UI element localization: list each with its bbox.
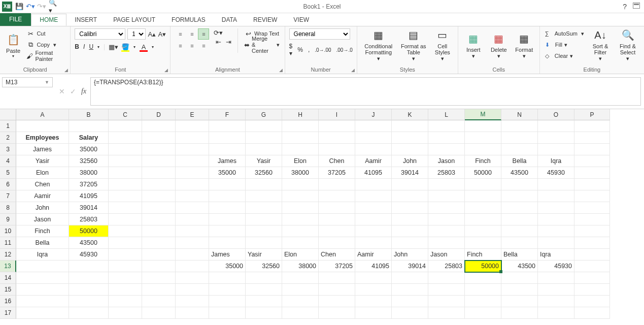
cell-F7[interactable]: [209, 190, 246, 202]
cell-O13[interactable]: 45930: [538, 261, 574, 272]
cell-P11[interactable]: [574, 237, 610, 249]
cell-C15[interactable]: [109, 284, 142, 296]
cell-K15[interactable]: [392, 284, 428, 296]
cell-M2[interactable]: [465, 132, 501, 144]
decrease-indent-icon[interactable]: ⇤: [214, 38, 222, 46]
cell-L2[interactable]: [428, 132, 465, 144]
cell-P14[interactable]: [574, 272, 610, 284]
cell-M16[interactable]: [465, 296, 501, 307]
cell-K2[interactable]: [392, 132, 428, 144]
row-header-8[interactable]: 8: [0, 202, 16, 214]
col-header-P[interactable]: P: [574, 109, 610, 120]
cell-D13[interactable]: [142, 261, 176, 272]
cell-N15[interactable]: [501, 284, 538, 296]
cell-G9[interactable]: [246, 214, 282, 225]
cell-B12[interactable]: 45930: [69, 249, 109, 261]
cell-G1[interactable]: [246, 120, 282, 132]
tab-data[interactable]: DATA: [214, 14, 245, 26]
cell-C4[interactable]: [109, 155, 142, 167]
cell-N14[interactable]: [501, 272, 538, 284]
cell-N6[interactable]: [501, 179, 538, 190]
cell-H14[interactable]: [282, 272, 319, 284]
cell-E9[interactable]: [176, 214, 209, 225]
cell-F5[interactable]: 35000: [209, 167, 246, 179]
cell-C6[interactable]: [109, 179, 142, 190]
cell-B3[interactable]: 35000: [69, 144, 109, 155]
cell-P16[interactable]: [574, 296, 610, 307]
cell-G10[interactable]: [246, 225, 282, 237]
cell-A13[interactable]: [16, 261, 69, 272]
cell-N13[interactable]: 43500: [501, 261, 538, 272]
cell-C10[interactable]: [109, 225, 142, 237]
cell-J7[interactable]: [355, 190, 392, 202]
cell-A2[interactable]: Employees: [16, 132, 69, 144]
cell-O14[interactable]: [538, 272, 574, 284]
insert-cells-button[interactable]: ▦Insert▾: [462, 28, 485, 62]
cell-F2[interactable]: [209, 132, 246, 144]
row-header-1[interactable]: 1: [0, 120, 16, 132]
cell-F3[interactable]: [209, 144, 246, 155]
cell-A5[interactable]: Elon: [16, 167, 69, 179]
cell-I9[interactable]: [319, 214, 355, 225]
select-all-corner[interactable]: [0, 109, 16, 120]
font-color-icon[interactable]: A: [140, 43, 148, 51]
cell-P13[interactable]: [574, 261, 610, 272]
clipboard-launcher-icon[interactable]: ◢: [64, 68, 68, 73]
cell-F4[interactable]: James: [209, 155, 246, 167]
col-header-I[interactable]: I: [319, 109, 355, 120]
border-icon[interactable]: ▦▾: [109, 43, 117, 51]
row-header-17[interactable]: 17: [0, 307, 16, 319]
font-name-select[interactable]: Calibri: [75, 28, 125, 40]
cell-G11[interactable]: [246, 237, 282, 249]
cell-O11[interactable]: [538, 237, 574, 249]
cell-H4[interactable]: Elon: [282, 155, 319, 167]
cell-J4[interactable]: Aamir: [355, 155, 392, 167]
cell-F12[interactable]: James: [209, 249, 246, 261]
cell-A15[interactable]: [16, 284, 69, 296]
conditional-formatting-button[interactable]: ▦Conditional Formatting▾: [361, 28, 396, 62]
cell-E14[interactable]: [176, 272, 209, 284]
cell-J13[interactable]: 41095: [355, 261, 392, 272]
number-format-select[interactable]: General: [289, 28, 350, 40]
tab-home[interactable]: HOME: [31, 14, 66, 26]
cell-A10[interactable]: Finch: [16, 225, 69, 237]
cell-B7[interactable]: 41095: [69, 190, 109, 202]
print-preview-icon[interactable]: 🔍▾: [49, 3, 57, 11]
cell-P8[interactable]: [574, 202, 610, 214]
cell-C16[interactable]: [109, 296, 142, 307]
col-header-A[interactable]: A: [16, 109, 69, 120]
cell-I12[interactable]: Chen: [319, 249, 355, 261]
row-header-5[interactable]: 5: [0, 167, 16, 179]
cell-K8[interactable]: [392, 202, 428, 214]
cell-A12[interactable]: Iqra: [16, 249, 69, 261]
cell-K17[interactable]: [392, 307, 428, 319]
cell-B8[interactable]: 39014: [69, 202, 109, 214]
cell-G7[interactable]: [246, 190, 282, 202]
cell-I6[interactable]: [319, 179, 355, 190]
cell-G13[interactable]: 32560: [246, 261, 282, 272]
cell-K7[interactable]: [392, 190, 428, 202]
cell-C12[interactable]: [109, 249, 142, 261]
cell-J15[interactable]: [355, 284, 392, 296]
cell-P2[interactable]: [574, 132, 610, 144]
cell-J3[interactable]: [355, 144, 392, 155]
cell-N9[interactable]: [501, 214, 538, 225]
help-icon[interactable]: ?: [623, 3, 627, 11]
align-left-icon[interactable]: ≡: [175, 40, 186, 51]
cell-M11[interactable]: [465, 237, 501, 249]
cell-L6[interactable]: [428, 179, 465, 190]
cell-L17[interactable]: [428, 307, 465, 319]
cell-M7[interactable]: [465, 190, 501, 202]
cell-B14[interactable]: [69, 272, 109, 284]
align-center-icon[interactable]: ≡: [186, 40, 197, 51]
cell-H11[interactable]: [282, 237, 319, 249]
cell-D3[interactable]: [142, 144, 176, 155]
cell-B6[interactable]: 37205: [69, 179, 109, 190]
sort-filter-button[interactable]: A↓Sort & Filter▾: [588, 28, 613, 62]
tab-file[interactable]: FILE: [0, 13, 31, 26]
col-header-H[interactable]: H: [282, 109, 319, 120]
cell-H2[interactable]: [282, 132, 319, 144]
cell-L16[interactable]: [428, 296, 465, 307]
cell-D9[interactable]: [142, 214, 176, 225]
increase-font-icon[interactable]: A▴: [148, 30, 156, 38]
